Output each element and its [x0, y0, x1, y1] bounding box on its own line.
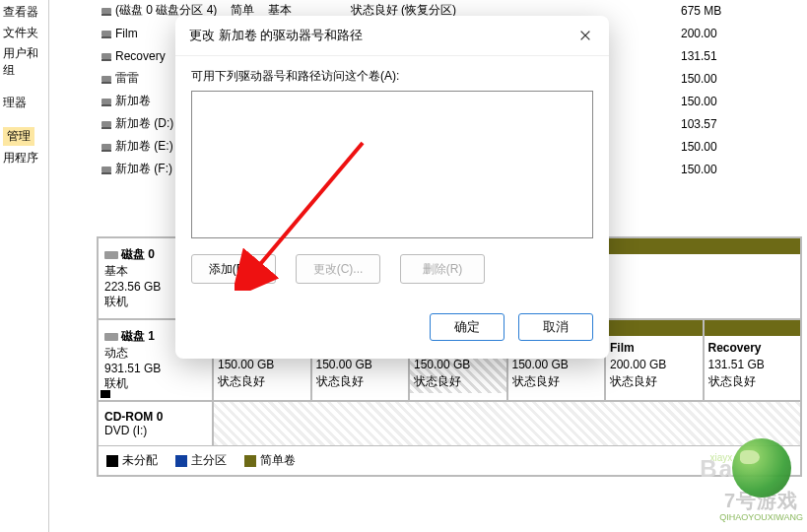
- left-nav: 查看器 文件夹 用户和组 理器 管理 用程序: [0, 0, 49, 532]
- disk-icon: [104, 251, 118, 259]
- disk-title: 磁盘 1: [121, 329, 155, 343]
- watermark-sub: QIHAOYOUXIWANG: [719, 512, 803, 522]
- nav-item[interactable]: 文件夹: [3, 23, 48, 43]
- volume-icon: [101, 53, 111, 59]
- dialog-label: 可用下列驱动器号和路径访问这个卷(A):: [191, 68, 593, 85]
- watermark-side: Ba: [700, 455, 734, 483]
- disk-title: CD-ROM 0: [104, 410, 163, 424]
- legend-label: 简单卷: [260, 452, 296, 469]
- legend-swatch-primary: [175, 455, 187, 467]
- volume-icon: [101, 31, 111, 36]
- disk-icon: [104, 333, 118, 341]
- volume-icon: [101, 76, 111, 82]
- change-drive-letter-dialog: 更改 新加卷 的驱动器号和路径 可用下列驱动器号和路径访问这个卷(A): 添加(…: [175, 16, 609, 359]
- nav-item[interactable]: 用程序: [3, 148, 48, 168]
- volume-icon: [101, 99, 111, 104]
- legend-label: 未分配: [122, 452, 158, 469]
- disk-status: 联机: [104, 375, 206, 392]
- nav-item[interactable]: 理器: [3, 93, 48, 113]
- dialog-titlebar: 更改 新加卷 的驱动器号和路径: [175, 16, 609, 56]
- legend-swatch-simple: [244, 455, 256, 467]
- close-icon: [578, 29, 592, 42]
- legend-swatch-unallocated: [106, 455, 118, 467]
- nav-item[interactable]: 查看器: [3, 2, 48, 23]
- close-button[interactable]: [575, 26, 595, 45]
- legend: 未分配 主分区 简单卷: [99, 445, 800, 475]
- volume-block[interactable]: Recovery131.51 GB状态良好: [705, 320, 801, 400]
- watermark: xiayx.com Ba 7号游戏 QIHAOYOUXIWANG: [719, 438, 803, 522]
- volume-block[interactable]: Film200.00 GB状态良好: [606, 320, 705, 400]
- ok-button[interactable]: 确定: [430, 313, 504, 341]
- globe-icon: [732, 438, 791, 498]
- volume-icon: [101, 8, 111, 14]
- disk-title: 磁盘 0: [121, 247, 155, 261]
- change-button[interactable]: 更改(C)...: [296, 254, 380, 284]
- volume-icon: [101, 144, 111, 150]
- volume-icon: [101, 121, 111, 127]
- drive-paths-listbox[interactable]: [191, 91, 593, 238]
- remove-button[interactable]: 删除(R): [400, 254, 485, 284]
- disk-type: DVD (I:): [104, 424, 206, 437]
- volume-icon: [101, 166, 111, 172]
- disk-row: CD-ROM 0 DVD (I:): [99, 402, 800, 445]
- disk-size: 931.51 GB: [104, 362, 206, 375]
- add-button[interactable]: 添加(D)...: [191, 254, 276, 284]
- dialog-title: 更改 新加卷 的驱动器号和路径: [189, 27, 363, 44]
- cancel-button[interactable]: 取消: [518, 313, 593, 341]
- legend-label: 主分区: [191, 452, 227, 469]
- cd-volume[interactable]: [214, 402, 800, 445]
- cd-header[interactable]: CD-ROM 0 DVD (I:): [99, 402, 214, 445]
- nav-item[interactable]: 管理: [3, 125, 48, 148]
- nav-item[interactable]: 用户和组: [3, 43, 48, 81]
